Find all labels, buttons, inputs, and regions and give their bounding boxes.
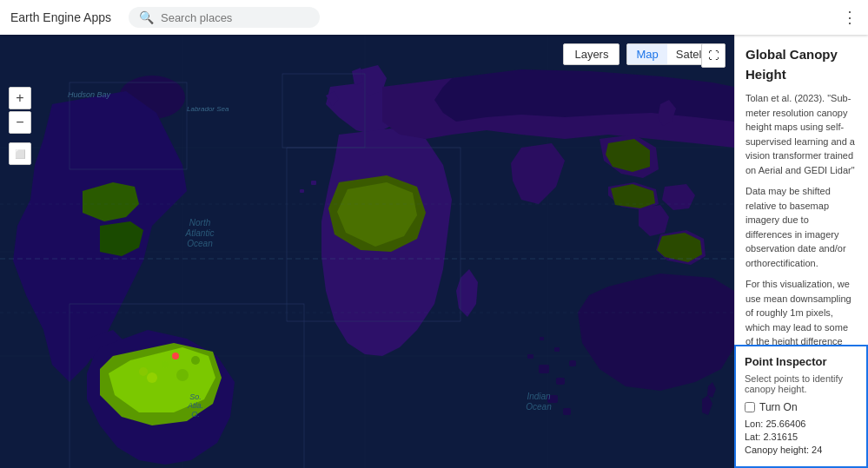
svg-point-28	[147, 372, 157, 383]
svg-text:Ocean: Ocean	[187, 239, 213, 248]
svg-rect-33	[540, 337, 544, 340]
canopy-height-row: Canopy height: 24	[745, 445, 858, 455]
search-bar[interactable]: 🔍	[129, 7, 320, 28]
turn-on-checkbox[interactable]	[745, 402, 755, 412]
point-inspector-title: Point Inspector	[745, 355, 858, 368]
app-title: Earth Engine Apps	[10, 10, 111, 24]
point-inspector-panel: Point Inspector Select points to identif…	[734, 345, 868, 468]
svg-point-30	[176, 369, 189, 381]
hudson-bay-label: Hudson Bay	[68, 90, 111, 99]
north-atlantic-label: North	[189, 218, 211, 227]
svg-rect-15	[300, 189, 304, 193]
lat-value: 2.31615	[763, 432, 798, 442]
lon-row: Lon: 25.66406	[745, 419, 858, 429]
svg-rect-10	[556, 378, 565, 385]
svg-rect-13	[563, 408, 571, 415]
lon-label: Lon:	[745, 419, 763, 429]
svg-text:Labrador Sea: Labrador Sea	[187, 105, 229, 113]
map-container[interactable]: Layers Map Satellite ⛶	[0, 35, 734, 468]
point-inspector-description: Select points to identify canopy height.	[745, 373, 858, 394]
svg-rect-11	[569, 360, 576, 366]
panel-title: Global Canopy Height	[745, 45, 858, 84]
svg-rect-32	[527, 354, 533, 359]
svg-rect-34	[554, 347, 560, 352]
map-zoom-controls: + − ⬜	[9, 87, 31, 165]
svg-point-27	[139, 367, 148, 376]
svg-rect-9	[539, 365, 549, 373]
svg-text:O.: O.	[191, 410, 200, 419]
svg-point-31	[191, 356, 200, 365]
canopy-value: 24	[812, 445, 822, 455]
svg-rect-14	[311, 181, 316, 185]
panel-description2: Data may be shifted relative to basemap …	[745, 184, 858, 270]
lat-label: Lat:	[745, 432, 760, 442]
svg-text:Atla.: Atla.	[187, 401, 203, 410]
zoom-reset-button[interactable]: ⬜	[9, 142, 31, 165]
svg-text:So.: So.	[189, 392, 202, 401]
map-type-map-button[interactable]: Map	[627, 44, 666, 64]
menu-icon[interactable]: ⋮	[842, 8, 858, 27]
lon-value: 25.66406	[765, 419, 805, 429]
search-input[interactable]	[161, 11, 300, 24]
app-header: Earth Engine Apps 🔍 ⋮	[0, 0, 868, 35]
zoom-in-button[interactable]: +	[9, 87, 31, 109]
svg-point-29	[162, 361, 169, 368]
canopy-label: Canopy height:	[745, 445, 809, 455]
zoom-out-button[interactable]: −	[9, 111, 31, 134]
turn-on-label[interactable]: Turn On	[759, 401, 798, 413]
turn-on-row: Turn On	[745, 401, 858, 413]
map-canvas[interactable]: Hudson Bay Labrador Sea North Atlantic O…	[0, 35, 734, 468]
svg-text:Indian: Indian	[527, 392, 551, 401]
fullscreen-button[interactable]: ⛶	[701, 43, 726, 68]
panel-description1: Tolan et al. (2023). "Sub-meter resoluti…	[745, 91, 858, 177]
svg-point-8	[172, 353, 179, 359]
lat-row: Lat: 2.31615	[745, 432, 858, 442]
search-icon: 🔍	[139, 10, 154, 24]
layers-button[interactable]: Layers	[563, 43, 620, 65]
svg-text:Ocean: Ocean	[526, 402, 552, 412]
svg-text:Atlantic: Atlantic	[185, 228, 215, 238]
